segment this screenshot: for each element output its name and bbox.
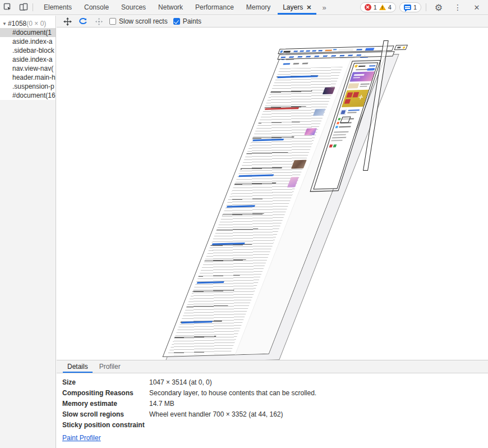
close-devtools-icon[interactable]: ✕ xyxy=(469,3,485,12)
more-tabs-icon[interactable]: » xyxy=(317,0,330,15)
issues-icon xyxy=(404,4,411,10)
banner-text xyxy=(354,74,365,76)
login-avatar-dot xyxy=(355,65,358,67)
slow-scroll-rects-checkbox[interactable]: Slow scroll rects xyxy=(109,17,168,25)
checkbox-unchecked xyxy=(109,18,116,25)
text-line xyxy=(347,112,357,113)
tree-item-aside-index-2[interactable]: aside.index-a xyxy=(0,55,56,64)
issues-badge[interactable]: 1 xyxy=(399,2,421,12)
devtools-tab-bar: Elements Console Sources Network Perform… xyxy=(0,0,488,15)
expand-arrow-icon[interactable]: ▼ xyxy=(2,21,7,26)
details-tab-strip: Details Profiler xyxy=(57,360,488,373)
tab-network[interactable]: Network xyxy=(152,0,189,15)
devtools-tabs: Elements Console Sources Network Perform… xyxy=(38,0,317,15)
tree-item-suspension[interactable]: .suspension-p xyxy=(0,82,56,91)
warning-count: 4 xyxy=(388,4,392,11)
kebab-menu-icon[interactable]: ⋮ xyxy=(450,3,466,12)
error-count: 1 xyxy=(374,4,377,11)
tree-item-header-main[interactable]: header.main-h xyxy=(0,73,56,82)
pan-mode-icon[interactable] xyxy=(62,17,72,26)
avatar-dot xyxy=(402,46,406,49)
layer-tree-pane: ▼#1058(0 × 0) #document(1 aside.index-a … xyxy=(0,16,56,448)
tab-details[interactable]: Details xyxy=(62,360,94,373)
tree-item-aside-index[interactable]: aside.index-a xyxy=(0,37,56,46)
mini-glyph xyxy=(397,47,401,48)
tab-console[interactable]: Console xyxy=(78,0,115,15)
text-line xyxy=(360,86,367,87)
paint-profiler-link[interactable]: Paint Profiler xyxy=(62,434,101,442)
details-pane: Details Profiler Size 1047 × 3514 (at 0,… xyxy=(57,360,488,448)
text-line xyxy=(331,140,343,141)
details-table: Size 1047 × 3514 (at 0, 0) Compositing R… xyxy=(57,373,488,431)
tree-item-nav-view-nav[interactable]: nav.view-nav( xyxy=(0,64,56,73)
reset-view-icon[interactable] xyxy=(94,17,104,26)
divider xyxy=(33,3,33,11)
topbar-right-controls: ✕ 1 4 1 ⚙ ⋮ ✕ xyxy=(360,0,488,15)
settings-gear-icon[interactable]: ⚙ xyxy=(431,2,446,13)
red-app-icon xyxy=(329,144,333,147)
layers-3d-canvas[interactable] xyxy=(57,28,488,360)
tab-sources[interactable]: Sources xyxy=(115,0,152,15)
issues-count: 1 xyxy=(413,4,417,11)
warning-icon xyxy=(379,4,386,10)
tab-layers[interactable]: Layers ✕ xyxy=(277,0,317,15)
tab-elements[interactable]: Elements xyxy=(38,0,78,15)
text-line xyxy=(332,137,347,139)
tab-profiler[interactable]: Profiler xyxy=(94,360,126,373)
rotate-mode-icon[interactable] xyxy=(78,17,88,26)
table-row: Slow scroll regions Wheel event handler … xyxy=(62,409,488,420)
qr-code xyxy=(339,109,347,115)
beige-card xyxy=(348,83,360,89)
table-row: Size 1047 × 3514 (at 0, 0) xyxy=(62,377,488,388)
green-app-icon xyxy=(333,144,337,147)
text-line xyxy=(360,84,370,85)
errors-warnings-badge[interactable]: ✕ 1 4 xyxy=(360,2,396,12)
list-icon-orange xyxy=(337,122,339,124)
header-extension-layer[interactable] xyxy=(394,44,408,50)
layer-tree: ▼#1058(0 × 0) #document(1 aside.index-a … xyxy=(0,16,56,100)
checkbox-checked xyxy=(173,18,180,25)
divider xyxy=(426,3,426,11)
tab-memory[interactable]: Memory xyxy=(240,0,277,15)
device-toolbar-icon[interactable] xyxy=(16,0,31,15)
close-layers-tab-icon[interactable]: ✕ xyxy=(306,4,311,11)
text-line xyxy=(339,126,351,128)
tree-item-document[interactable]: #document(1 xyxy=(0,28,56,37)
inspect-element-icon[interactable] xyxy=(0,0,16,15)
layers-toolbar: Slow scroll rects Paints xyxy=(57,16,488,28)
list-icon-blue xyxy=(335,126,338,128)
login-link-line xyxy=(369,65,376,67)
paints-checkbox[interactable]: Paints xyxy=(173,17,201,25)
list-icon-green xyxy=(338,118,340,120)
tree-item-sidebar-block[interactable]: .sidebar-block xyxy=(0,46,56,55)
tree-root-1058[interactable]: ▼#1058(0 × 0) xyxy=(0,19,56,28)
tab-performance[interactable]: Performance xyxy=(189,0,240,15)
page-tabs-texture xyxy=(283,62,317,65)
table-row: Memory estimate 14.7 MB xyxy=(62,399,488,409)
text-line xyxy=(334,131,349,133)
banner-text xyxy=(353,77,360,78)
text-line xyxy=(333,134,346,136)
table-row: Sticky position constraint xyxy=(62,420,488,431)
table-row: Compositing Reasons Secondary layer, to … xyxy=(62,388,488,399)
text-line xyxy=(348,109,360,111)
error-icon: ✕ xyxy=(365,4,371,11)
login-text-line xyxy=(358,65,366,67)
sidebar-button xyxy=(367,68,375,71)
tree-item-document-2[interactable]: #document(16 xyxy=(0,91,56,100)
